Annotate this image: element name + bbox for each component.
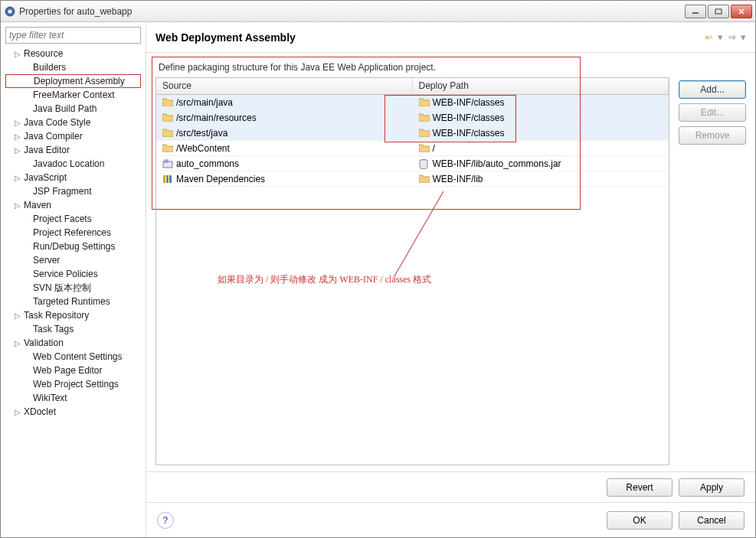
jar-icon [419, 159, 430, 168]
footer-dialog-row: ? OK Cancel [146, 502, 755, 537]
cell-source: /src/main/java [156, 97, 413, 108]
tree-item-javadoc-location[interactable]: Javadoc Location [5, 157, 141, 171]
svg-rect-11 [169, 175, 172, 183]
back-menu-icon[interactable]: ▾ [718, 31, 723, 43]
deploy-text: WEB-INF/classes [433, 97, 505, 108]
back-icon[interactable]: ⇐ [705, 31, 713, 43]
svg-rect-3 [715, 9, 722, 14]
revert-button[interactable]: Revert [607, 478, 673, 497]
help-icon[interactable]: ? [157, 512, 174, 529]
tree-item-resource[interactable]: ▷Resource [5, 47, 141, 60]
tree-item-label: Java Build Path [33, 103, 97, 114]
col-source[interactable]: Source [156, 78, 413, 94]
tree-item-targeted-runtimes[interactable]: Targeted Runtimes [5, 295, 141, 308]
tree-item-label: Web Content Settings [33, 351, 123, 362]
expand-icon: ▷ [15, 408, 24, 416]
filter-input[interactable] [5, 27, 141, 44]
assembly-table[interactable]: Source Deploy Path /src/main/javaWEB-INF… [155, 77, 669, 465]
folder-icon [162, 129, 173, 138]
expand-icon: ▷ [15, 146, 24, 155]
deploy-text: WEB-INF/classes [433, 128, 505, 139]
tree-item-builders[interactable]: Builders [5, 60, 141, 74]
table-row[interactable]: /src/main/javaWEB-INF/classes [156, 95, 669, 110]
tree-item-freemarker-context[interactable]: FreeMarker Context [5, 88, 141, 102]
cell-source: auto_commons [156, 158, 413, 169]
tree-item-web-page-editor[interactable]: Web Page Editor [5, 364, 141, 377]
expand-icon: ▷ [15, 174, 24, 182]
tree-item-java-build-path[interactable]: Java Build Path [5, 102, 141, 116]
tree-item-label: Java Code Style [24, 117, 90, 128]
close-button[interactable] [731, 5, 752, 18]
table-row[interactable]: /src/main/resourcesWEB-INF/classes [156, 110, 669, 126]
tree-item-java-editor[interactable]: ▷Java Editor [5, 143, 141, 157]
tree-item-xdoclet[interactable]: ▷XDoclet [5, 405, 141, 419]
folder-icon [162, 144, 173, 153]
app-icon [4, 5, 16, 18]
tree-item-label: Web Project Settings [33, 379, 119, 390]
tree-item-deployment-assembly[interactable]: Deployment Assembly [5, 74, 141, 88]
tree-item-task-repository[interactable]: ▷Task Repository [5, 308, 141, 322]
tree-item-web-content-settings[interactable]: Web Content Settings [5, 350, 141, 364]
tree-item-validation[interactable]: ▷Validation [5, 336, 141, 350]
tree-item-javascript[interactable]: ▷JavaScript [5, 171, 141, 184]
svg-rect-10 [166, 175, 169, 183]
cell-source: /src/test/java [156, 128, 413, 139]
tree-item-label: FreeMarker Context [33, 90, 115, 100]
svg-point-1 [8, 9, 12, 13]
source-text: /src/test/java [176, 128, 227, 139]
col-deploy[interactable]: Deploy Path [413, 78, 669, 94]
page-description: Define packaging structure for this Java… [155, 60, 669, 74]
title-bar: Properties for auto_webapp [1, 1, 755, 22]
tree-item-maven[interactable]: ▷Maven [5, 198, 141, 212]
tree-item-java-code-style[interactable]: ▷Java Code Style [5, 116, 141, 129]
cell-deploy: / [413, 143, 669, 154]
tree-item-label: Project Facets [33, 214, 92, 224]
cancel-button[interactable]: Cancel [679, 511, 745, 530]
expand-icon: ▷ [15, 132, 24, 141]
tree-item-label: Java Editor [24, 145, 70, 155]
nav-icons: ⇐ ▾ ⇒ ▾ [705, 31, 746, 43]
cell-deploy: WEB-INF/classes [413, 112, 669, 123]
footer-apply-row: Revert Apply [146, 471, 755, 502]
tree-item-server[interactable]: Server [5, 253, 141, 267]
tree-item-project-references[interactable]: Project References [5, 226, 141, 240]
main-panel: Web Deployment Assembly ⇐ ▾ ⇒ ▾ Define p… [146, 22, 755, 537]
tree-item-task-tags[interactable]: Task Tags [5, 322, 141, 336]
tree-item-label: Project References [33, 227, 111, 238]
source-text: auto_commons [176, 158, 239, 169]
minimize-button[interactable] [685, 5, 706, 18]
tree-item-wikitext[interactable]: WikiText [5, 391, 141, 405]
edit-button[interactable]: Edit... [679, 103, 746, 122]
maximize-button[interactable] [708, 5, 729, 18]
tree-item-project-facets[interactable]: Project Facets [5, 212, 141, 226]
add-button[interactable]: Add... [679, 80, 746, 99]
table-row[interactable]: /src/test/javaWEB-INF/classes [156, 126, 669, 141]
folder-icon [419, 174, 430, 184]
annotation-arrow [394, 191, 444, 278]
tree-item-label: Builders [33, 62, 66, 73]
annotation-text: 如果目录为 / 则手动修改 成为 WEB-INF / classes 格式 [218, 273, 431, 286]
tree-item-label: JSP Fragment [33, 186, 91, 197]
tree-item-java-compiler[interactable]: ▷Java Compiler [5, 129, 141, 143]
category-tree[interactable]: ▷ResourceBuildersDeployment AssemblyFree… [5, 47, 141, 533]
ok-button[interactable]: OK [607, 511, 673, 530]
tree-item-svn-[interactable]: SVN 版本控制 [5, 281, 141, 295]
tree-item-web-project-settings[interactable]: Web Project Settings [5, 377, 141, 391]
table-row[interactable]: auto_commonsWEB-INF/lib/auto_commons.jar [156, 156, 669, 171]
forward-icon[interactable]: ⇒ [728, 31, 736, 43]
table-row[interactable]: /WebContent/ [156, 141, 669, 156]
forward-menu-icon[interactable]: ▾ [741, 31, 746, 43]
tree-item-service-policies[interactable]: Service Policies [5, 267, 141, 281]
apply-button[interactable]: Apply [679, 478, 745, 497]
source-text: /WebContent [176, 143, 230, 154]
remove-button[interactable]: Remove [679, 126, 746, 145]
table-row[interactable]: Maven DependenciesWEB-INF/lib [156, 171, 669, 187]
tree-item-label: Run/Debug Settings [33, 241, 115, 252]
tree-item-run-debug-settings[interactable]: Run/Debug Settings [5, 240, 141, 253]
page-title: Web Deployment Assembly [155, 31, 705, 44]
folder-icon [419, 129, 430, 138]
tree-item-label: XDoclet [24, 406, 56, 417]
tree-item-jsp-fragment[interactable]: JSP Fragment [5, 184, 141, 198]
tree-item-label: Server [33, 255, 60, 266]
tree-item-label: JavaScript [24, 172, 67, 183]
